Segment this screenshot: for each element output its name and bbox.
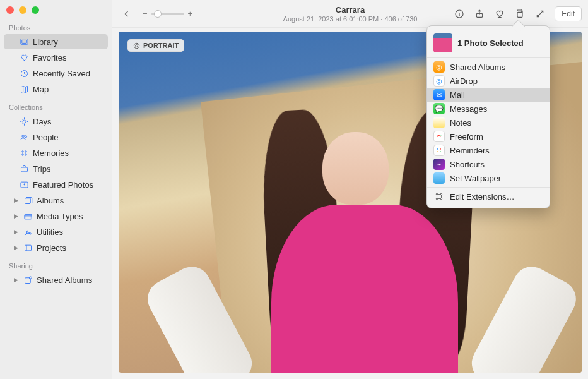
sidebar-item-label: Utilities — [37, 227, 63, 237]
sidebar-item-albums[interactable]: ▶ Albums — [4, 193, 108, 208]
share-item-label: Reminders — [450, 146, 490, 155]
sidebar-item-recently-saved[interactable]: Recently Saved — [4, 66, 108, 81]
sidebar-item-media-types[interactable]: ▶ Media Types — [4, 208, 108, 224]
sidebar-item-library[interactable]: Library — [4, 34, 108, 49]
sidebar-item-shared-albums[interactable]: ▶ Shared Albums — [4, 272, 108, 287]
svg-rect-10 — [21, 167, 27, 172]
sidebar-item-label: Memories — [33, 148, 69, 158]
sun-icon — [19, 116, 29, 126]
people-icon — [19, 132, 29, 142]
share-item-shared-albums[interactable]: ◎ Shared Albums — [427, 60, 550, 74]
share-item-shortcuts[interactable]: ⌁ Shortcuts — [427, 157, 550, 171]
minimize-window-button[interactable] — [19, 6, 26, 14]
share-item-freeform[interactable]: Freeform — [427, 129, 550, 143]
sidebar-item-memories[interactable]: Memories — [4, 145, 108, 160]
share-item-label: AirDrop — [450, 76, 478, 86]
info-button[interactable] — [451, 6, 467, 21]
sidebar-item-label: Featured Photos — [33, 180, 93, 190]
share-item-airdrop[interactable]: ◎ AirDrop — [427, 74, 550, 88]
zoom-knob[interactable] — [154, 10, 162, 18]
wallpaper-icon — [433, 172, 445, 184]
svg-point-6 — [21, 150, 23, 152]
sidebar-item-label: Map — [33, 85, 49, 94]
sidebar-item-utilities[interactable]: ▶ Utilities — [4, 224, 108, 239]
photo-subtitle: August 21, 2023 at 6:01:00 PM · 406 of 7… — [283, 15, 418, 23]
share-header: 1 Photo Selected — [427, 28, 550, 58]
portrait-badge: PORTRAIT — [127, 39, 184, 52]
sidebar-item-label: Recently Saved — [33, 69, 90, 78]
memories-icon — [19, 148, 29, 158]
freeform-icon — [433, 131, 445, 142]
rotate-button[interactable] — [512, 6, 528, 21]
zoom-window-button[interactable] — [32, 6, 39, 14]
svg-point-22 — [440, 135, 441, 135]
svg-point-24 — [437, 151, 438, 152]
sidebar-item-label: Projects — [37, 243, 66, 253]
svg-point-30 — [440, 198, 442, 199]
sidebar-section-photos: Photos — [0, 23, 112, 34]
svg-point-20 — [136, 44, 138, 47]
edit-button[interactable]: Edit — [555, 6, 582, 21]
sidebar-item-trips[interactable]: Trips — [4, 161, 108, 176]
sidebar-item-days[interactable]: Days — [4, 114, 108, 129]
svg-point-28 — [440, 193, 442, 195]
sidebar-item-label: Library — [33, 37, 58, 47]
close-window-button[interactable] — [6, 6, 14, 14]
sidebar-section-collections: Collections — [0, 102, 112, 114]
portrait-badge-label: PORTRAIT — [143, 42, 179, 49]
auto-enhance-button[interactable] — [532, 6, 548, 21]
chevron-right-icon: ▶ — [13, 277, 19, 283]
sidebar-item-people[interactable]: People — [4, 129, 108, 145]
share-separator — [427, 187, 550, 188]
share-thumbnail — [433, 33, 452, 52]
share-item-messages[interactable]: 💬 Messages — [427, 102, 550, 116]
svg-point-8 — [21, 153, 23, 155]
zoom-track[interactable] — [151, 13, 184, 15]
media-types-icon — [23, 211, 33, 221]
svg-point-5 — [25, 135, 26, 137]
sidebar-item-label: Trips — [33, 164, 50, 174]
share-item-notes[interactable]: Notes — [427, 116, 550, 129]
sidebar-item-favorites[interactable]: Favorites — [4, 50, 108, 65]
back-button[interactable] — [119, 6, 135, 21]
shared-albums-icon: ◎ — [433, 61, 445, 73]
chevron-right-icon: ▶ — [13, 213, 19, 219]
share-item-label: Messages — [450, 104, 487, 114]
chevron-right-icon: ▶ — [13, 229, 19, 235]
share-item-edit-extensions[interactable]: Edit Extensions… — [427, 190, 550, 203]
share-button[interactable] — [471, 6, 488, 21]
share-popover: 1 Photo Selected ◎ Shared Albums ◎ AirDr… — [426, 25, 550, 208]
airdrop-icon: ◎ — [433, 75, 445, 87]
chevron-right-icon: ▶ — [13, 197, 19, 203]
favorite-button[interactable] — [491, 6, 508, 21]
svg-point-25 — [440, 148, 441, 150]
sidebar: Photos Library Favorites Recently Saved … — [0, 0, 112, 379]
projects-icon — [23, 243, 33, 253]
library-icon — [19, 37, 29, 47]
sidebar-item-label: Media Types — [37, 212, 83, 221]
share-item-label: Shared Albums — [450, 63, 505, 72]
window-controls — [0, 4, 112, 23]
sparkle-icon — [19, 179, 29, 190]
sidebar-item-label: People — [33, 133, 58, 142]
share-item-reminders[interactable]: Reminders — [427, 143, 550, 157]
reminders-icon — [433, 145, 445, 156]
utilities-icon — [23, 227, 33, 237]
zoom-slider[interactable]: − + — [143, 9, 192, 18]
sidebar-item-featured-photos[interactable]: Featured Photos — [4, 177, 108, 192]
sidebar-item-map[interactable]: Map — [4, 81, 108, 97]
svg-rect-19 — [517, 12, 522, 17]
toolbar-title-group: Carrara August 21, 2023 at 6:01:00 PM · … — [283, 5, 418, 23]
sidebar-item-label: Shared Albums — [37, 275, 92, 285]
sidebar-section-sharing: Sharing — [0, 261, 112, 272]
sidebar-item-projects[interactable]: ▶ Projects — [4, 240, 108, 255]
share-item-label: Set Wallpaper — [450, 174, 501, 183]
share-item-set-wallpaper[interactable]: Set Wallpaper — [427, 171, 550, 185]
svg-point-27 — [436, 193, 437, 195]
zoom-out-icon: − — [143, 9, 148, 18]
extensions-icon — [433, 191, 445, 202]
share-header-title: 1 Photo Selected — [457, 39, 524, 48]
sidebar-item-label: Days — [33, 117, 52, 126]
share-item-mail[interactable]: ✉ Mail — [427, 88, 550, 102]
svg-point-3 — [23, 120, 26, 123]
